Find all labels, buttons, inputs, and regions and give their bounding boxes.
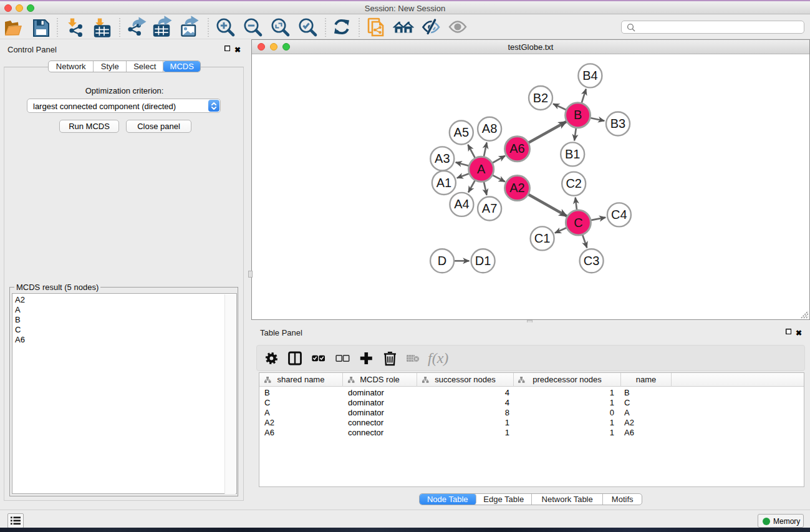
svg-text:A4: A4: [454, 197, 469, 211]
svg-text:A7: A7: [482, 201, 497, 215]
svg-text:C2: C2: [566, 177, 582, 190]
svg-text:f(x): f(x): [428, 350, 448, 366]
svg-text:B: B: [574, 108, 582, 122]
svg-text:B4: B4: [582, 69, 597, 82]
svg-text:A2: A2: [509, 181, 524, 195]
svg-text:B1: B1: [565, 147, 580, 161]
svg-text:A3: A3: [435, 152, 450, 165]
svg-text:D: D: [438, 254, 446, 268]
svg-text:A1: A1: [436, 176, 451, 190]
svg-text:C3: C3: [584, 254, 600, 268]
svg-text:C4: C4: [611, 208, 627, 221]
svg-text:B2: B2: [533, 91, 548, 105]
svg-text:A5: A5: [454, 125, 469, 139]
svg-text:B3: B3: [610, 117, 625, 130]
svg-text:A6: A6: [509, 142, 524, 155]
svg-text:C1: C1: [534, 231, 551, 245]
svg-text:A8: A8: [482, 122, 497, 135]
svg-text:A: A: [477, 162, 486, 176]
svg-text:C: C: [574, 216, 582, 230]
svg-text:D1: D1: [475, 254, 491, 268]
